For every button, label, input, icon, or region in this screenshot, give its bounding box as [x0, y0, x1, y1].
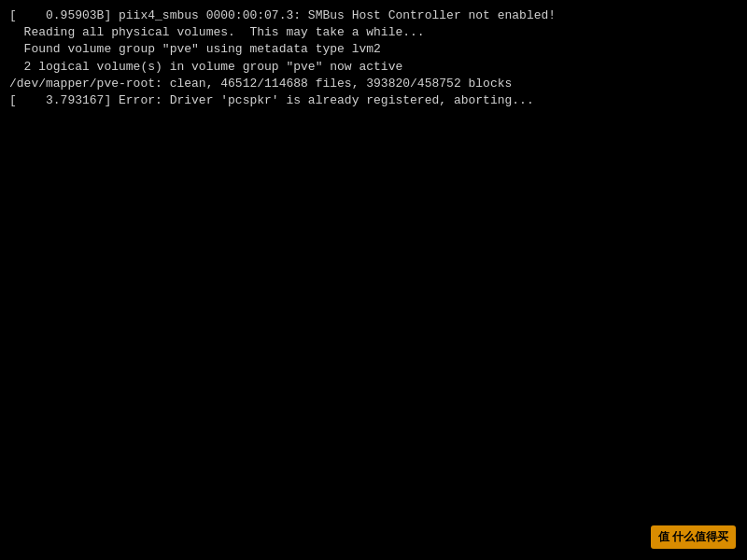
watermark-badge: 值 什么值得买	[651, 525, 736, 549]
terminal-line: /dev/mapper/pve-root: clean, 46512/11468…	[9, 76, 738, 92]
terminal-line: [ 0.95903B] piix4_smbus 0000:00:07.3: SM…	[9, 7, 738, 24]
terminal-line: 2 logical volume(s) in volume group "pve…	[9, 59, 738, 76]
terminal-line: Reading all physical volumes. This may t…	[9, 24, 738, 41]
terminal-line: [ 3.793167] Error: Driver 'pcspkr' is al…	[9, 92, 738, 109]
terminal-screen: [ 0.95903B] piix4_smbus 0000:00:07.3: SM…	[0, 0, 747, 560]
terminal-line: Found volume group "pve" using metadata …	[9, 41, 738, 58]
terminal-output: [ 0.95903B] piix4_smbus 0000:00:07.3: SM…	[9, 7, 738, 109]
